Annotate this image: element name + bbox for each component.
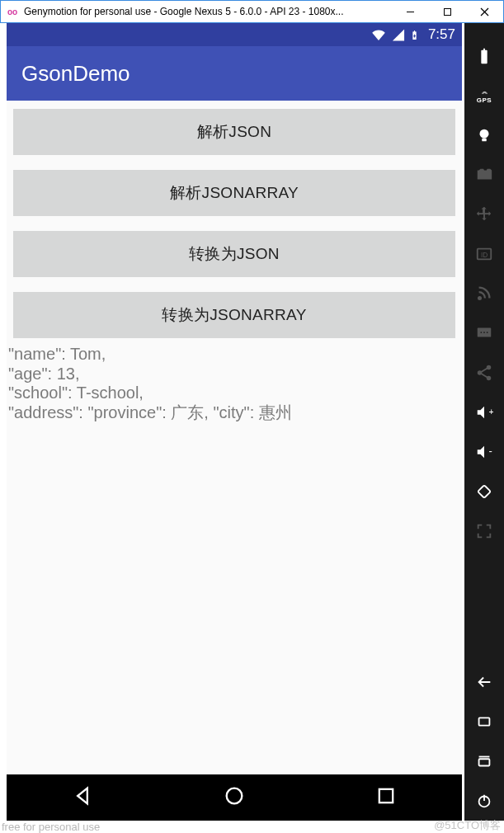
svg-point-8 [478, 297, 481, 299]
svg-line-16 [481, 369, 487, 373]
sms-icon[interactable] [464, 313, 504, 353]
app-icon: oo [5, 4, 20, 19]
camera-icon[interactable] [464, 115, 504, 155]
svg-text:+: + [489, 407, 494, 416]
window-minimize-button[interactable] [392, 1, 429, 22]
android-navbar [7, 774, 462, 821]
window-titlebar: oo Genymotion for personal use - Google … [0, 0, 504, 23]
emulator-side-toolbar: GPS ID + - [464, 23, 504, 821]
network-icon[interactable] [464, 274, 504, 313]
svg-point-11 [483, 332, 485, 333]
svg-rect-20 [478, 485, 491, 498]
capture-icon[interactable] [464, 155, 504, 195]
svg-text:-: - [489, 445, 492, 457]
svg-line-17 [481, 374, 487, 378]
to-json-button[interactable]: 转换为JSON [13, 231, 455, 277]
window-title: Genymotion for personal use - Google Nex… [24, 6, 392, 17]
app-title: GsonDemo [21, 61, 130, 87]
output-line: "school": T-school, [8, 384, 460, 403]
svg-point-26 [227, 788, 243, 804]
output-text: "name": Tom, "age": 13, "school": T-scho… [7, 338, 462, 429]
recent-apps-soft-icon[interactable] [464, 741, 504, 781]
watermark-left: free for personal use [2, 821, 100, 833]
android-statusbar: 7:57 [7, 23, 462, 46]
svg-point-13 [488, 366, 491, 369]
app-content: 解析JSON 解析JSONARRAY 转换为JSON 转换为JSONARRAY … [7, 101, 462, 774]
signal-icon [391, 28, 406, 42]
to-jsonarray-button[interactable]: 转换为JSONARRAY [13, 292, 455, 338]
multitask-soft-icon[interactable] [464, 702, 504, 741]
statusbar-time: 7:57 [428, 26, 455, 43]
svg-rect-22 [479, 759, 490, 765]
power-icon[interactable] [464, 781, 504, 821]
volume-down-icon[interactable]: - [464, 432, 504, 472]
id-icon[interactable]: ID [464, 234, 504, 274]
share-icon[interactable] [464, 353, 504, 393]
svg-rect-27 [379, 789, 393, 802]
svg-text:ID: ID [481, 252, 488, 259]
svg-point-14 [478, 371, 482, 374]
device-screen: 7:57 GsonDemo 解析JSON 解析JSONARRAY 转换为JSON… [7, 23, 462, 821]
fullscreen-icon[interactable] [464, 511, 504, 551]
window-close-button[interactable] [466, 1, 503, 22]
output-line: "age": 13, [8, 365, 460, 384]
app-bar: GsonDemo [7, 46, 462, 101]
nav-recent-button[interactable] [374, 784, 398, 811]
output-line: "address": "province": 广东, "city": 惠州 [8, 403, 460, 423]
svg-rect-5 [482, 139, 487, 142]
svg-point-15 [488, 377, 491, 380]
svg-point-10 [480, 332, 482, 333]
gps-label: GPS [477, 96, 492, 104]
emulator-frame: GPS ID + - 7:57 GsonDemo 解析JSON [0, 23, 504, 833]
nav-back-button[interactable] [71, 784, 94, 811]
parse-jsonarray-button[interactable]: 解析JSONARRAY [13, 170, 455, 216]
battery-charging-icon [409, 28, 420, 42]
output-line: "name": Tom, [8, 345, 460, 365]
svg-rect-21 [479, 718, 490, 725]
watermark-right: @51CTO博客 [434, 818, 501, 833]
move-icon[interactable] [464, 195, 504, 234]
window-maximize-button[interactable] [429, 1, 466, 22]
back-soft-icon[interactable] [464, 662, 504, 702]
battery-icon[interactable] [464, 36, 504, 76]
svg-rect-1 [445, 8, 451, 15]
parse-json-button[interactable]: 解析JSON [13, 109, 455, 155]
volume-up-icon[interactable]: + [464, 393, 504, 432]
svg-point-4 [480, 129, 489, 139]
rotate-icon[interactable] [464, 472, 504, 511]
gps-icon[interactable]: GPS [464, 76, 504, 115]
svg-point-12 [487, 332, 488, 333]
wifi-icon [370, 28, 388, 42]
nav-home-button[interactable] [223, 784, 246, 811]
